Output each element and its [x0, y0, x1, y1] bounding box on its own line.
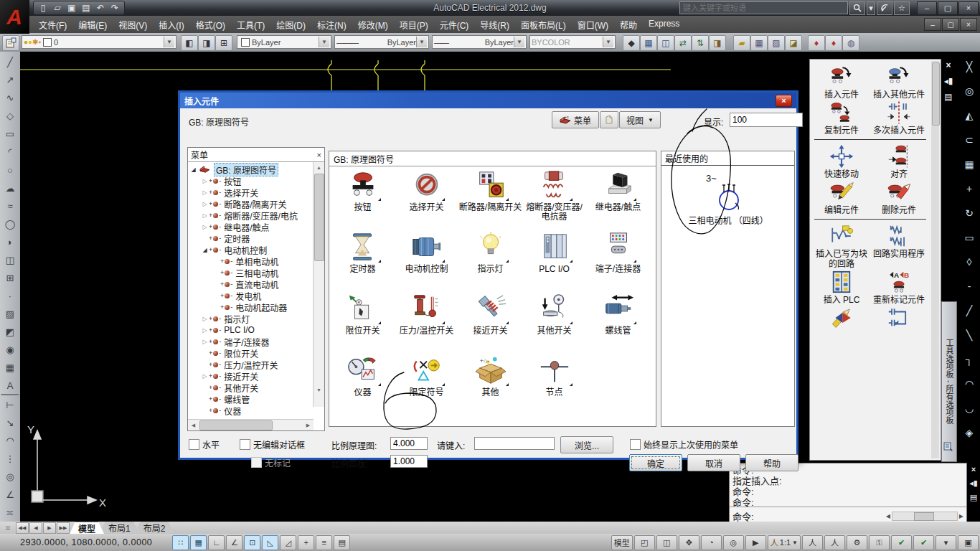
- grid-item-15[interactable]: 仪器: [331, 354, 395, 416]
- grid-item-5[interactable]: 定时器: [331, 231, 395, 293]
- display-count-input[interactable]: [730, 113, 803, 127]
- toggle-dyn[interactable]: +: [298, 535, 314, 550]
- tree-collapsed-icon[interactable]: ▷: [201, 373, 209, 380]
- grid-item-7[interactable]: 指示灯: [458, 231, 522, 293]
- spline-icon[interactable]: ≈: [1, 197, 19, 215]
- toggle-snap[interactable]: ∷: [172, 535, 189, 550]
- grid-item-17[interactable]: +○-其他: [458, 354, 522, 416]
- view-button[interactable]: 视图▼: [619, 111, 661, 128]
- palette-tool-0[interactable]: 插入元件: [813, 64, 870, 100]
- tree-collapsed-icon[interactable]: ▷: [201, 178, 209, 184]
- arc-icon[interactable]: ◜: [1, 143, 19, 161]
- toggle-ducs[interactable]: ◿: [280, 535, 296, 550]
- command-properties-icon[interactable]: ▤: [970, 493, 977, 502]
- ok-button[interactable]: 确定: [629, 454, 682, 471]
- tab-布局2[interactable]: 布局2: [135, 522, 174, 533]
- grid-item-16[interactable]: 限定符号: [395, 354, 458, 416]
- grid-item-3[interactable]: 熔断器/变压器/电抗器: [522, 169, 586, 231]
- menu-item-12[interactable]: 面板布局(L): [515, 17, 572, 33]
- grid-item-11[interactable]: 压力/温控开关: [395, 293, 458, 354]
- tab-模型[interactable]: 模型: [70, 522, 104, 534]
- move-icon[interactable]: +: [961, 176, 978, 201]
- toggle-polar[interactable]: ∠: [226, 535, 242, 550]
- tree-item-14[interactable]: ▷+-PLC I/O: [188, 324, 324, 336]
- wire-arrows2-icon[interactable]: ⇅: [692, 35, 709, 51]
- menu-item-11[interactable]: 导线(R): [474, 17, 515, 33]
- quick-view-layouts-icon[interactable]: ◫: [656, 535, 677, 550]
- tree-item-11[interactable]: +-发电机: [188, 290, 324, 301]
- zoom-glass-icon[interactable]: ◍: [842, 35, 859, 51]
- last-tab-icon[interactable]: ▶▶: [57, 522, 70, 534]
- tree-item-20[interactable]: +-螺线管: [188, 393, 324, 405]
- tree-collapsed-icon[interactable]: ▷: [201, 327, 209, 334]
- render-cube-icon[interactable]: ◆: [623, 35, 640, 51]
- grid-item-10[interactable]: 限位开关: [331, 293, 395, 354]
- tab-布局1[interactable]: 布局1: [100, 522, 139, 533]
- window-positions-check-icon[interactable]: ✔: [913, 535, 934, 550]
- linear-dim-icon[interactable]: ⊢: [1, 395, 19, 413]
- communication-center-icon[interactable]: [877, 1, 892, 15]
- recent-item[interactable]: 3~ 三相电动机 （四线）: [661, 171, 794, 226]
- tree-item-2[interactable]: ▷+-选择开关: [188, 187, 324, 198]
- autocad-logo[interactable]: A: [0, 0, 29, 34]
- tree-item-6[interactable]: +-定时器: [188, 232, 324, 244]
- first-tab-icon[interactable]: ◀◀: [16, 522, 29, 534]
- joint-icon[interactable]: ┐: [961, 347, 978, 372]
- palette-scrollbar[interactable]: [931, 61, 939, 458]
- lineweight-control-combo[interactable]: ——ByLayer ▼: [432, 35, 527, 49]
- color-control-combo[interactable]: ByLayer ▼: [237, 35, 331, 49]
- tab-grip-icon[interactable]: ⌗: [0, 522, 16, 534]
- grid-item-2[interactable]: 断路器/隔离开关: [458, 169, 522, 231]
- prev-tab-icon[interactable]: ◀: [29, 522, 42, 534]
- pan-icon[interactable]: ✥: [679, 535, 699, 550]
- dropdown-arrow-icon[interactable]: ▾: [936, 535, 956, 550]
- tree-vscrollbar[interactable]: ▲ ▼: [313, 162, 324, 407]
- tree-item-10[interactable]: +-直流电动机: [188, 278, 324, 290]
- viewports-icon[interactable]: ▦: [640, 35, 657, 51]
- insert-block-icon[interactable]: ◫: [1, 251, 19, 269]
- wire-number-icon[interactable]: ▨: [768, 35, 785, 51]
- palette-tool-11[interactable]: AB重新标记元件: [870, 269, 928, 305]
- palette-tool-9[interactable]: 回路实用程序: [870, 223, 928, 269]
- sheet-set-icon[interactable]: ◨: [709, 35, 726, 51]
- hatch-icon[interactable]: ▨: [1, 305, 19, 323]
- doc-close-icon[interactable]: ×: [960, 18, 977, 31]
- construction-line-icon[interactable]: ↗: [1, 71, 19, 89]
- always-show-menu-checkbox[interactable]: 始终显示上次使用的菜单: [630, 438, 738, 451]
- stretch-icon[interactable]: ◊: [961, 250, 978, 274]
- toggle-ortho[interactable]: ∟: [208, 535, 225, 550]
- toggle-otrack[interactable]: ◺: [262, 535, 278, 550]
- tree-item-18[interactable]: ▷+-接近开关: [188, 370, 324, 382]
- zoom-icon[interactable]: ◔: [701, 535, 722, 550]
- break-icon[interactable]: ╲: [961, 323, 978, 347]
- toggle-lwt[interactable]: ≡: [316, 535, 332, 550]
- menu-item-10[interactable]: 元件(C): [434, 17, 475, 33]
- save-icon[interactable]: ▣: [65, 2, 78, 14]
- palette-tool-7[interactable]: 删除元件: [870, 179, 928, 215]
- browse-button[interactable]: 浏览...: [560, 436, 613, 453]
- component-red-icon[interactable]: ♦: [808, 35, 825, 51]
- layer-properties-icon[interactable]: [2, 35, 19, 51]
- search-input[interactable]: [679, 1, 848, 14]
- next-tab-icon[interactable]: ▶: [43, 522, 56, 534]
- offset-icon[interactable]: ⊂: [961, 128, 978, 152]
- tree-item-4[interactable]: ▷+-熔断器/变压器/电抗: [188, 209, 324, 221]
- tree-item-12[interactable]: +-电动机起动器: [188, 301, 324, 313]
- grid-item-8[interactable]: PLC I/O: [522, 231, 586, 293]
- grid-item-6[interactable]: 电动机控制: [395, 231, 458, 293]
- palette-tab-label[interactable]: 工具选项板 - 所有选项板: [941, 301, 957, 462]
- palette-tool-4[interactable]: 快速移动: [813, 143, 870, 179]
- no-edit-dialog-checkbox[interactable]: 无编辑对话框: [240, 438, 305, 451]
- palette-tab-icon[interactable]: [941, 439, 956, 453]
- tree-expanded-icon[interactable]: ◢: [201, 247, 209, 253]
- palette-close-icon[interactable]: ×: [946, 60, 951, 70]
- menu-item-3[interactable]: 插入(I): [153, 17, 189, 33]
- horizontal-checkbox[interactable]: 水平: [189, 438, 220, 451]
- quick-dim-icon[interactable]: ≍: [1, 504, 19, 522]
- ellipse-arc-icon[interactable]: ◗: [1, 233, 19, 251]
- lock-icon[interactable]: ⚿: [869, 535, 890, 550]
- palette-autohide-icon[interactable]: ◂▮: [944, 76, 953, 86]
- search-icon[interactable]: [849, 1, 865, 15]
- doc-restore-icon[interactable]: ▢: [942, 18, 959, 31]
- layer-control-combo[interactable]: ●● ✱▪ 0 ▼: [22, 35, 176, 49]
